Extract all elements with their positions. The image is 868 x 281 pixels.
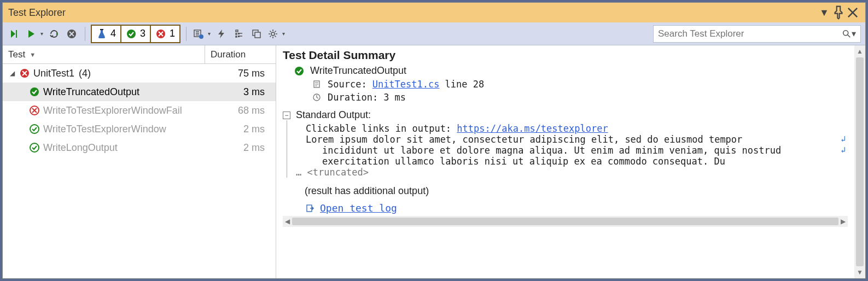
svg-point-11 <box>271 32 275 36</box>
svg-rect-10 <box>255 32 260 38</box>
wrap-indicator-icon: ↲ <box>841 145 846 155</box>
test-name: WriteToTestExplorerWindow <box>43 124 166 135</box>
fail-outline-icon <box>29 105 40 116</box>
detail-test-name: WriteTruncatedOutput <box>310 65 406 77</box>
group-by-button[interactable] <box>231 26 247 42</box>
run-button[interactable] <box>25 26 44 42</box>
output-block: − Standard Output: Clickable links in ou… <box>283 109 848 178</box>
tree-header: Test Duration <box>3 45 276 64</box>
svg-rect-8 <box>238 36 240 37</box>
svg-point-17 <box>30 143 39 152</box>
svg-point-12 <box>843 30 848 35</box>
svg-point-3 <box>127 30 136 38</box>
scroll-left-icon[interactable]: ◀ <box>285 218 290 225</box>
detail-test-line: WriteTruncatedOutput <box>283 65 848 77</box>
tree-item-row[interactable]: WriteLongOutput 2 ms <box>3 138 276 157</box>
window-dropdown-icon[interactable]: ▼ <box>817 6 831 19</box>
output-line: exercitation ullamco laboris nisi ut ali… <box>322 156 725 167</box>
svg-rect-7 <box>238 33 240 34</box>
source-link[interactable]: UnitTest1.cs <box>372 79 440 90</box>
wrap-indicator-icon: ↲ <box>841 134 846 144</box>
detail-body: Test Detail Summary WriteTruncatedOutput… <box>276 45 854 278</box>
windows-icon <box>251 28 262 39</box>
playlist-icon <box>193 28 204 39</box>
count-passed-value: 3 <box>140 28 145 39</box>
separator <box>186 27 187 41</box>
toolbar: 4 3 1 ▾ <box>3 22 865 45</box>
open-log-row: Open test log <box>283 202 848 214</box>
svg-point-16 <box>30 125 39 133</box>
count-failed-value: 1 <box>170 28 175 39</box>
vertical-scrollbar[interactable]: ▲ ▼ <box>854 45 865 278</box>
detail-source-line: Source: UnitTest1.cs line 28 <box>283 79 848 90</box>
scroll-down-icon[interactable]: ▼ <box>857 268 863 276</box>
pass-outline-icon <box>29 124 40 134</box>
test-counts-group: 4 3 1 <box>91 25 180 43</box>
svg-point-14 <box>30 87 39 96</box>
pass-icon <box>126 28 137 39</box>
output-label: Standard Output: <box>296 109 848 121</box>
count-total-value: 4 <box>110 28 116 39</box>
search-icon[interactable]: ▾ <box>842 28 856 39</box>
gear-icon <box>267 28 278 39</box>
horizontal-scrollbar[interactable]: ◀ ▶ <box>283 216 848 227</box>
svg-rect-0 <box>16 30 17 38</box>
scroll-right-icon[interactable]: ▶ <box>841 218 846 225</box>
output-prefix: Clickable links in output: <box>306 123 457 134</box>
group-duration: 75 ms <box>205 68 276 79</box>
collapse-toggle[interactable]: − <box>283 112 290 119</box>
pin-icon[interactable] <box>831 6 846 19</box>
pass-icon <box>294 66 305 77</box>
run-all-button[interactable] <box>7 26 22 42</box>
svg-point-18 <box>295 67 304 75</box>
clear-results-button[interactable] <box>64 26 79 42</box>
repeat-run-button[interactable] <box>46 26 62 42</box>
svg-point-6 <box>199 34 203 39</box>
output-text: Clickable links in output: https://aka.m… <box>296 123 848 178</box>
test-duration: 2 ms <box>205 124 276 135</box>
tree-item-row[interactable]: WriteTruncatedOutput 3 ms <box>3 83 276 101</box>
output-link[interactable]: https://aka.ms/testexplorer <box>457 123 608 134</box>
column-test[interactable]: Test <box>3 45 205 63</box>
scroll-thumb[interactable] <box>856 57 864 266</box>
open-test-log-link[interactable]: Open test log <box>320 202 397 214</box>
scroll-thumb[interactable] <box>292 218 838 225</box>
test-duration: 68 ms <box>205 105 276 116</box>
tree-item-row[interactable]: WriteToTestExplorerWindowFail 68 ms <box>3 101 276 120</box>
count-failed[interactable]: 1 <box>151 26 179 42</box>
test-duration: 2 ms <box>205 142 276 154</box>
close-icon[interactable] <box>846 6 860 19</box>
additional-output-note: (result has additional output) <box>283 185 848 197</box>
run-after-build-button[interactable] <box>214 26 229 42</box>
pass-icon <box>29 86 40 97</box>
test-name: WriteTruncatedOutput <box>43 86 139 98</box>
source-line-text: line 28 <box>445 79 484 90</box>
tree-group-row[interactable]: ◢ UnitTest1 (4) 75 ms <box>3 64 276 83</box>
source-label: Source: <box>328 79 367 90</box>
count-passed[interactable]: 3 <box>121 26 151 42</box>
settings-button[interactable] <box>266 26 286 42</box>
playlist-button[interactable] <box>192 26 212 42</box>
group-count: (4) <box>79 68 91 79</box>
open-log-icon <box>305 203 316 214</box>
test-name: WriteToTestExplorerWindowFail <box>43 105 182 116</box>
output-line: incididunt ut labore et dolore magna ali… <box>322 145 781 156</box>
repeat-icon <box>49 28 60 39</box>
scroll-up-icon[interactable]: ▲ <box>857 48 863 55</box>
fail-icon <box>155 28 166 39</box>
count-total[interactable]: 4 <box>92 26 121 42</box>
columns-button[interactable] <box>249 26 264 42</box>
clock-icon <box>311 92 322 103</box>
pass-outline-icon <box>29 142 40 153</box>
titlebar: Test Explorer ▼ <box>3 3 865 22</box>
column-duration[interactable]: Duration <box>205 45 276 63</box>
svg-rect-2 <box>100 29 103 30</box>
clear-x-icon <box>66 28 77 39</box>
content-area: Test Duration ◢ UnitTest1 (4) 75 ms <box>3 45 865 278</box>
fail-icon <box>19 68 30 79</box>
search-input[interactable] <box>658 28 842 39</box>
duration-value: 3 ms <box>383 92 406 103</box>
tree-item-row[interactable]: WriteToTestExplorerWindow 2 ms <box>3 120 276 138</box>
expand-icon[interactable]: ◢ <box>8 69 16 77</box>
search-box[interactable]: ▾ <box>653 25 861 43</box>
